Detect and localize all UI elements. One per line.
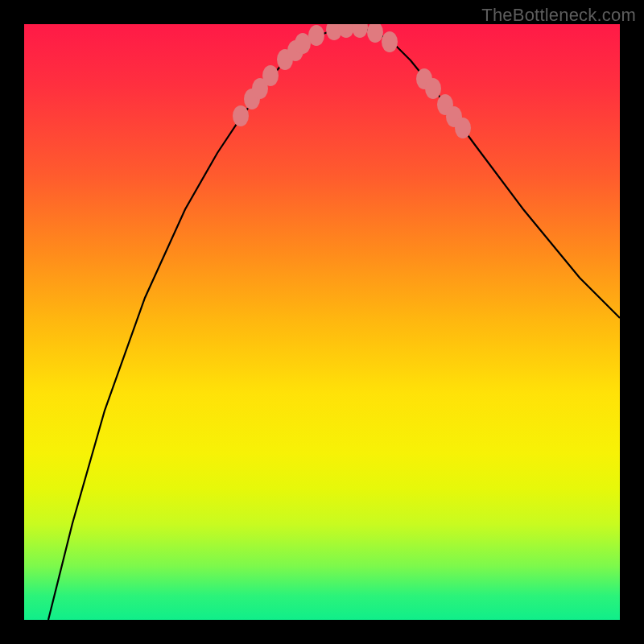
curve-marker (233, 105, 249, 126)
curve-marker (308, 25, 324, 46)
curve-marker (352, 24, 368, 38)
curve-marker (262, 65, 279, 86)
brand-watermark: TheBottleneck.com (481, 5, 636, 26)
bottleneck-curve-right (350, 27, 620, 318)
plot-area (24, 24, 620, 620)
curve-marker (295, 33, 311, 54)
curve-marker (425, 78, 441, 99)
curve-markers (233, 24, 471, 138)
curve-marker (455, 118, 471, 138)
curve-marker (382, 31, 398, 52)
curve-marker (367, 24, 383, 43)
bottleneck-curve-left (48, 27, 350, 620)
curve-svg (24, 24, 620, 620)
chart-frame: TheBottleneck.com (0, 0, 644, 644)
